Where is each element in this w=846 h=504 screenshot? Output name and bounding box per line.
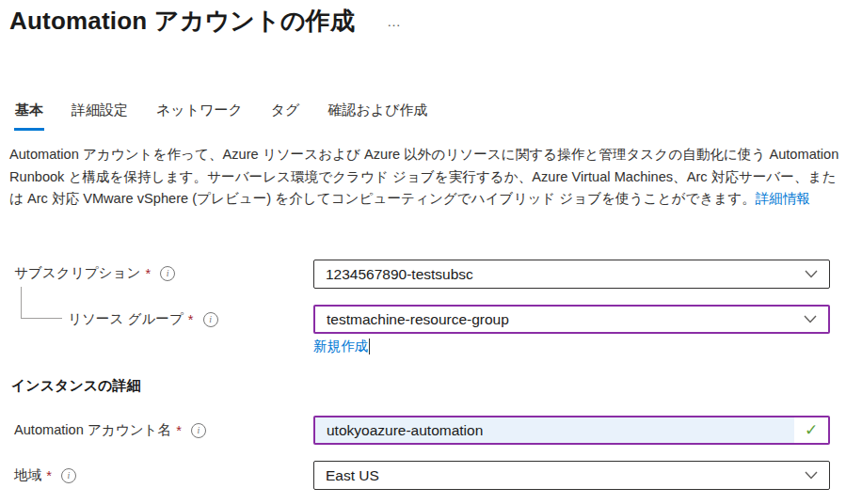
subscription-label: サブスクリプション * i	[14, 264, 175, 282]
description-text: Automation アカウントを作って、Azure リソースおよび Azure…	[9, 147, 838, 206]
region-label-text: 地域	[14, 466, 41, 484]
learn-more-link[interactable]: 詳細情報	[756, 191, 810, 206]
account-name-value: utokyoazure-automation	[315, 417, 794, 443]
create-new-link[interactable]: 新規作成	[313, 338, 368, 355]
tab-advanced[interactable]: 詳細設定	[71, 100, 129, 131]
tab-review-create[interactable]: 確認および作成	[327, 100, 428, 131]
create-automation-account-page: Automation アカウントの作成 … 基本 詳細設定 ネットワーク タグ …	[0, 0, 846, 504]
resource-group-dropdown[interactable]: testmachine-resource-group	[313, 305, 830, 334]
subscription-value: 1234567890-testsubsc	[326, 266, 805, 283]
account-name-label: Automation アカウント名 * i	[14, 421, 206, 439]
title-row: Automation アカウントの作成 …	[9, 5, 402, 38]
region-value: East US	[326, 467, 805, 484]
instance-details-section-title: インスタンスの詳細	[11, 377, 140, 395]
required-asterisk: *	[145, 266, 151, 281]
account-name-input[interactable]: utokyoazure-automation ✓	[313, 416, 830, 445]
required-asterisk: *	[176, 423, 182, 438]
create-new-row: 新規作成	[313, 338, 370, 355]
resource-group-label-text: リソース グループ	[68, 310, 184, 328]
account-name-label-text: Automation アカウント名	[14, 421, 171, 439]
tab-tags[interactable]: タグ	[270, 100, 301, 131]
page-title: Automation アカウントの作成	[9, 5, 355, 38]
page-description: Automation アカウントを作って、Azure リソースおよび Azure…	[9, 144, 839, 211]
region-dropdown[interactable]: East US	[313, 461, 830, 490]
text-caret	[369, 339, 370, 354]
info-icon[interactable]: i	[191, 423, 206, 438]
chevron-down-icon	[804, 315, 817, 323]
required-asterisk: *	[46, 468, 52, 483]
subscription-label-text: サブスクリプション	[14, 264, 140, 282]
chevron-down-icon	[805, 270, 818, 278]
validation-check-icon: ✓	[794, 417, 828, 443]
subscription-dropdown[interactable]: 1234567890-testsubsc	[313, 260, 830, 289]
resource-group-value: testmachine-resource-group	[327, 311, 804, 328]
region-label: 地域 * i	[14, 466, 76, 484]
more-options-icon[interactable]: …	[387, 5, 402, 29]
info-icon[interactable]: i	[61, 468, 76, 483]
info-icon[interactable]: i	[203, 312, 218, 327]
info-icon[interactable]: i	[160, 266, 175, 281]
chevron-down-icon	[805, 471, 818, 480]
wizard-tabs: 基本 詳細設定 ネットワーク タグ 確認および作成	[14, 100, 429, 131]
required-asterisk: *	[188, 312, 194, 327]
tree-connector-line	[21, 287, 62, 319]
tab-basics[interactable]: 基本	[14, 100, 44, 131]
resource-group-label: リソース グループ * i	[68, 310, 218, 328]
tab-networking[interactable]: ネットワーク	[155, 100, 244, 131]
